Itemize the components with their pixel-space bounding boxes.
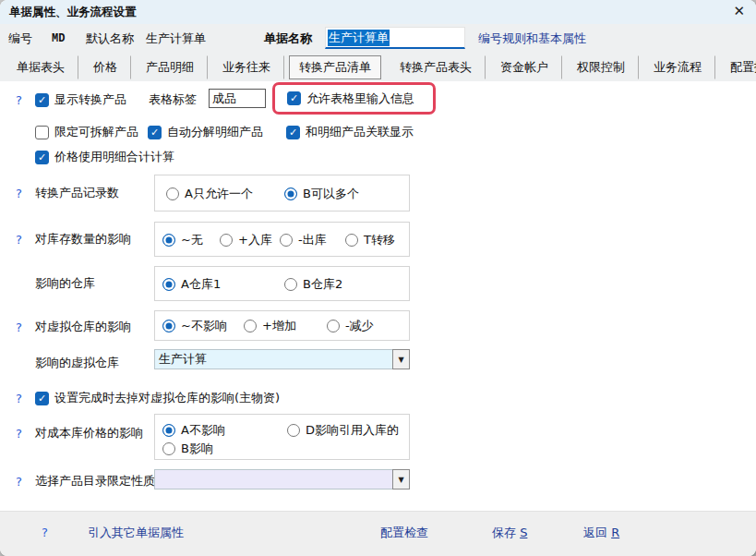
catalog-label: 选择产品目录限定性质 xyxy=(35,471,155,491)
records-option-a[interactable]: A只允许一个 xyxy=(166,185,253,203)
stock-option-out[interactable]: -出库 xyxy=(280,231,327,249)
virtual-option-sub[interactable]: -减少 xyxy=(327,317,374,335)
remove-virtual-effect-label: 设置完成时去掉对虚拟仓库的影响(主物资) xyxy=(54,390,280,406)
virtual-warehouse-combobox[interactable]: 生产计算 ▼ xyxy=(154,349,410,369)
radio-selected-icon[interactable] xyxy=(284,187,297,200)
tab-convert-product-header[interactable]: 转换产品表头 xyxy=(390,55,486,79)
import-attributes-link[interactable]: 引入其它单据属性 xyxy=(88,524,184,542)
cost-option-d[interactable]: D影响引用入库的 xyxy=(287,421,399,440)
tab-convert-product-list[interactable]: 转换产品清单 xyxy=(289,55,381,79)
price-total-checkbox[interactable]: ✓ 价格使用明细合计计算 xyxy=(35,147,174,167)
auto-decompose-checkbox[interactable]: ✓ 自动分解明细产品 xyxy=(148,122,263,142)
table-tag-input[interactable]: 成品 xyxy=(209,89,266,108)
warehouse-option-b[interactable]: B仓库2 xyxy=(284,275,342,294)
stock-option-none[interactable]: ~无 xyxy=(162,231,203,249)
return-button[interactable]: 返回 R xyxy=(583,524,619,542)
catalog-value[interactable] xyxy=(154,469,392,490)
checkbox-checked-icon[interactable]: ✓ xyxy=(35,151,49,164)
link-display-checkbox[interactable]: ✓ 和明细产品关联显示 xyxy=(286,122,414,142)
radio-selected-icon[interactable] xyxy=(162,234,175,247)
tab-fund-account[interactable]: 资金帐户 xyxy=(490,55,562,79)
checkbox-checked-icon[interactable]: ✓ xyxy=(35,392,49,405)
footer-bar: ? 引入其它单据属性 配置检查 保存 S 返回 R xyxy=(0,511,756,556)
checkbox-checked-icon[interactable]: ✓ xyxy=(287,91,301,105)
tab-product-detail[interactable]: 产品明细 xyxy=(136,55,208,79)
tab-bar: 单据表头 价格 产品明细 业务往来 转换产品清单 转换产品表头 资金帐户 权限控… xyxy=(0,53,756,81)
checkbox-checked-icon[interactable]: ✓ xyxy=(35,93,49,107)
tab-permission[interactable]: 权限控制 xyxy=(567,55,639,79)
records-option-a-label: A只允许一个 xyxy=(185,186,253,202)
radio-selected-icon[interactable] xyxy=(162,320,175,332)
warehouse-option-a-label: A仓库1 xyxy=(181,276,221,293)
stock-option-transfer[interactable]: T转移 xyxy=(345,231,395,249)
virtual-option-add[interactable]: +增加 xyxy=(244,317,296,335)
tab-doc-header[interactable]: 单据表头 xyxy=(6,55,78,79)
check-icon: ✓ xyxy=(38,152,46,163)
checkbox-checked-icon[interactable]: ✓ xyxy=(286,126,300,139)
help-icon[interactable]: ? xyxy=(16,183,22,203)
chevron-down-icon[interactable]: ▼ xyxy=(392,469,410,490)
virtual-label: 对虚拟仓库的影响 xyxy=(35,317,131,337)
number-value: MD xyxy=(52,30,65,47)
tab-config-report[interactable]: 配置报告 xyxy=(720,55,756,79)
limit-dismantle-checkbox[interactable]: 限定可拆解产品 xyxy=(35,122,138,142)
tab-workflow[interactable]: 业务流程 xyxy=(643,55,715,79)
help-icon[interactable]: ? xyxy=(16,388,22,408)
radio-unselected-icon[interactable] xyxy=(244,320,257,332)
link-display-label: 和明细产品关联显示 xyxy=(306,124,414,140)
checkbox-unchecked-icon[interactable] xyxy=(35,126,49,139)
show-convert-product-checkbox[interactable]: ✓ 显示转换产品 xyxy=(35,90,126,110)
save-label: 保存 xyxy=(492,526,516,539)
records-group: A只允许一个 B可以多个 xyxy=(154,175,410,212)
cost-option-b-label: B影响 xyxy=(181,441,213,457)
virtual-warehouse-value[interactable]: 生产计算 xyxy=(154,349,392,369)
records-option-b-label: B可以多个 xyxy=(303,186,359,202)
auto-decompose-label: 自动分解明细产品 xyxy=(167,124,263,140)
radio-selected-icon[interactable] xyxy=(162,278,175,291)
records-option-b[interactable]: B可以多个 xyxy=(284,185,359,203)
close-icon[interactable]: ✕ xyxy=(733,2,745,20)
radio-unselected-icon[interactable] xyxy=(280,234,293,247)
cost-option-d-label: D影响引用入库的 xyxy=(306,422,399,439)
radio-unselected-icon[interactable] xyxy=(166,187,179,200)
help-icon[interactable]: ? xyxy=(42,524,48,542)
table-tag-value: 成品 xyxy=(212,91,236,107)
virtual-option-none[interactable]: ~不影响 xyxy=(162,317,227,335)
catalog-combobox[interactable]: ▼ xyxy=(154,469,410,490)
save-button[interactable]: 保存 S xyxy=(492,524,527,542)
tab-business-contacts[interactable]: 业务往来 xyxy=(212,55,284,79)
check-icon: ✓ xyxy=(38,393,46,404)
radio-unselected-icon[interactable] xyxy=(345,234,358,247)
config-check-link[interactable]: 配置检查 xyxy=(380,524,428,542)
numbering-rules-link[interactable]: 编号规则和基本属性 xyxy=(478,30,586,47)
radio-unselected-icon[interactable] xyxy=(220,234,233,247)
help-icon[interactable]: ? xyxy=(16,229,22,249)
help-icon[interactable]: ? xyxy=(16,423,22,443)
radio-selected-icon[interactable] xyxy=(162,424,175,437)
combo-value-text: 生产计算 xyxy=(159,351,207,368)
help-icon[interactable]: ? xyxy=(16,90,22,110)
cost-option-a[interactable]: A不影响 xyxy=(162,421,225,440)
checkbox-checked-icon[interactable]: ✓ xyxy=(148,126,162,139)
help-icon[interactable]: ? xyxy=(16,317,22,337)
radio-unselected-icon[interactable] xyxy=(287,424,300,437)
allow-input-checkbox[interactable]: ✓ 允许表格里输入信息 xyxy=(287,91,414,107)
help-icon[interactable]: ? xyxy=(16,471,22,491)
default-name-value: 生产计算单 xyxy=(146,30,206,47)
limit-dismantle-label: 限定可拆解产品 xyxy=(54,124,138,140)
radio-unselected-icon[interactable] xyxy=(284,278,297,291)
check-icon: ✓ xyxy=(289,127,297,138)
warehouse-option-a[interactable]: A仓库1 xyxy=(162,275,221,294)
header-strip: 编号 MD 默认名称 生产计算单 单据名称 生产计算单 编号规则和基本属性 xyxy=(0,24,756,53)
doc-name-input[interactable]: 生产计算单 xyxy=(325,27,465,49)
title-bar: 单据属性、业务流程设置 ✕ xyxy=(0,0,756,24)
doc-name-label: 单据名称 xyxy=(264,30,312,47)
remove-virtual-effect-checkbox[interactable]: ✓ 设置完成时去掉对虚拟仓库的影响(主物资) xyxy=(35,388,280,408)
stock-option-in[interactable]: +入库 xyxy=(220,231,272,249)
radio-unselected-icon[interactable] xyxy=(327,320,340,332)
chevron-down-icon[interactable]: ▼ xyxy=(392,349,410,369)
radio-unselected-icon[interactable] xyxy=(162,442,175,455)
tab-price[interactable]: 价格 xyxy=(83,55,131,79)
records-label: 转换产品记录数 xyxy=(35,183,119,203)
cost-option-b[interactable]: B影响 xyxy=(162,440,213,458)
